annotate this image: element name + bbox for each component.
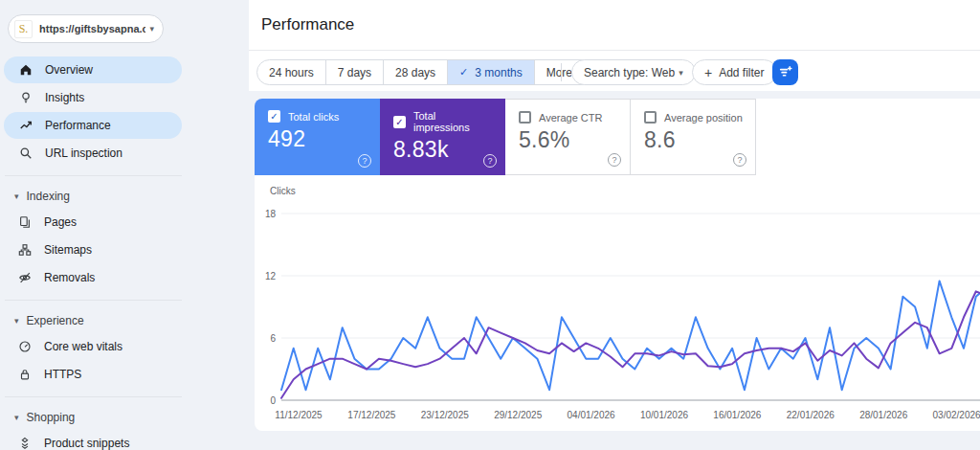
sidebar-item-label: Sitemaps [44,243,92,257]
metric-total-impressions[interactable]: ✓ Total impressions 8.83k ? [380,99,505,175]
metric-tiles: ✓ Total clicks 492 ? ✓ Total impressions… [255,99,756,175]
search-icon [18,146,33,161]
speedometer-icon [17,339,32,353]
metric-label: Average CTR [539,112,602,124]
svg-text:03/02/2026: 03/02/2026 [933,410,980,420]
property-selector[interactable]: S. https://giftsbysapna.co... ▾ [8,14,164,43]
sidebar-item-url-inspection[interactable]: URL inspection [4,140,182,167]
help-icon[interactable]: ? [358,154,371,168]
range-24-hours[interactable]: 24 hours [257,60,326,84]
section-label: Experience [27,314,84,327]
sidebar-item-product-snippets[interactable]: Product snippets [0,429,249,450]
visibility-off-icon [17,270,32,284]
metric-value: 8.83k [393,137,494,163]
metric-value: 8.6 [644,127,744,153]
sidebar-item-insights[interactable]: Insights [4,84,182,111]
toolbar-divider [561,63,562,81]
checkbox-checked-icon[interactable]: ✓ [268,110,280,123]
add-filter-label: Add filter [719,66,764,79]
sidebar-nav: Overview Insights Performance URL inspec… [0,56,249,167]
trending-up-icon [18,119,33,133]
pages-icon [17,214,32,229]
metric-label: Total impressions [413,110,494,133]
sidebar-item-label: URL inspection [45,146,122,160]
svg-text:04/01/2026: 04/01/2026 [568,410,615,420]
section-label: Indexing [27,190,70,203]
metric-average-position[interactable]: Average position 8.6 ? [631,99,756,175]
sidebar-item-label: Pages [44,215,77,229]
clicks-chart[interactable]: 181260Clicks11/12/202517/12/202523/12/20… [255,175,980,431]
sidebar-divider [5,300,182,301]
sidebar-item-removals[interactable]: Removals [0,263,249,291]
svg-text:17/12/2025: 17/12/2025 [347,410,395,420]
svg-text:10/01/2026: 10/01/2026 [640,410,688,420]
chevron-down-icon: ▾ [14,413,19,422]
performance-card: ✓ Total clicks 492 ? ✓ Total impressions… [255,99,980,431]
checkbox-checked-icon[interactable]: ✓ [393,116,406,128]
sidebar-item-https[interactable]: HTTPS [0,360,249,388]
sidebar-item-performance[interactable]: Performance [4,112,182,139]
sidebar-item-label: Core web vitals [44,340,122,353]
checkbox-unchecked-icon[interactable] [519,111,531,124]
metric-value: 492 [268,126,368,152]
section-label: Shopping [27,411,76,424]
svg-text:28/01/2026: 28/01/2026 [859,410,907,420]
range-label: 3 months [475,66,522,79]
search-type-label: Search type: Web [584,66,675,79]
svg-text:23/12/2025: 23/12/2025 [421,410,469,420]
help-icon[interactable]: ? [733,153,746,167]
header-divider [249,50,980,51]
metric-label: Total clicks [288,111,339,123]
page-title: Performance [261,15,354,34]
tune-icon [778,64,792,81]
svg-text:12: 12 [265,271,277,281]
sidebar-item-label: Product snippets [44,437,129,450]
svg-text:16/01/2026: 16/01/2026 [713,410,761,420]
property-logo: S. [14,20,33,38]
sidebar-item-label: Overview [45,63,93,77]
property-url: https://giftsbysapna.co... [39,23,145,34]
clicks-chart-svg[interactable]: 181260Clicks11/12/202517/12/202523/12/20… [255,175,980,431]
chevron-down-icon: ▾ [14,191,19,201]
metric-label: Average position [664,112,743,124]
range-28-days[interactable]: 28 days [384,60,448,84]
plus-icon: + [704,65,712,80]
sidebar-section-indexing[interactable]: ▾ Indexing [0,185,249,208]
lock-icon [17,367,32,381]
add-filter-button[interactable]: + Add filter [692,59,777,85]
metric-value: 5.6% [519,127,618,153]
svg-text:Clicks: Clicks [270,186,296,196]
sidebar-item-label: HTTPS [44,368,81,381]
range-3-months[interactable]: ✓ 3 months [448,60,535,84]
sidebar-divider [5,396,182,397]
sidebar-item-sitemaps[interactable]: Sitemaps [0,236,249,263]
sidebar-item-overview[interactable]: Overview [4,56,182,83]
check-icon: ✓ [459,66,468,79]
filter-toolbar: 24 hours 7 days 28 days ✓ 3 months More … [249,59,980,85]
sidebar-divider [5,175,182,176]
svg-text:18: 18 [265,209,277,219]
sidebar: S. https://giftsbysapna.co... ▾ Overview… [0,0,249,450]
sidebar-item-label: Insights [45,91,84,104]
sidebar-section-experience[interactable]: ▾ Experience [0,309,249,332]
metric-total-clicks[interactable]: ✓ Total clicks 492 ? [255,99,380,175]
search-type-dropdown[interactable]: Search type: Web ▾ [571,59,696,85]
sidebar-item-pages[interactable]: Pages [0,208,249,236]
metric-average-ctr[interactable]: Average CTR 5.6% ? [505,99,631,175]
tune-filter-button[interactable] [772,59,798,85]
help-icon[interactable]: ? [608,153,621,167]
svg-text:0: 0 [270,395,276,406]
main-header: Performance 24 hours 7 days 28 days ✓ 3 … [249,0,980,91]
svg-text:29/12/2025: 29/12/2025 [494,410,542,420]
chevron-down-icon: ▾ [149,24,154,34]
chevron-down-icon: ▾ [14,316,19,326]
sidebar-item-label: Performance [45,119,111,132]
help-icon[interactable]: ? [483,154,497,168]
sidebar-item-core-web-vitals[interactable]: Core web vitals [0,332,249,360]
date-range-control: 24 hours 7 days 28 days ✓ 3 months More … [256,59,596,85]
checkbox-unchecked-icon[interactable] [644,111,657,124]
range-7-days[interactable]: 7 days [326,60,384,84]
lightbulb-icon [18,91,33,105]
sitemap-icon [17,242,32,257]
sidebar-section-shopping[interactable]: ▾ Shopping [0,406,249,429]
